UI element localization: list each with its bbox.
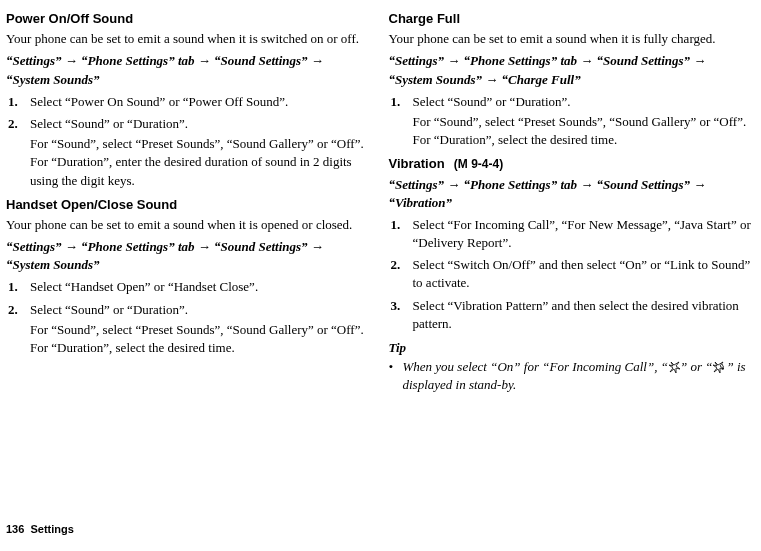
vibration-sound-icon xyxy=(712,359,726,374)
step-body: Select “Sound” or “Duration”. For “Sound… xyxy=(413,93,754,150)
section-title-handset: Handset Open/Close Sound xyxy=(6,196,371,214)
step-body: Select “Sound” or “Duration”. For “Sound… xyxy=(30,301,371,358)
step-subtext: For “Sound”, select “Preset Sounds”, “So… xyxy=(30,321,371,357)
intro-handset: Your phone can be set to emit a sound wh… xyxy=(6,216,371,234)
step-text: Select “Sound” or “Duration”. xyxy=(30,302,188,317)
tip-text-mid: ” or “ xyxy=(680,359,713,374)
step-number: 3. xyxy=(389,297,413,333)
step: 2. Select “Sound” or “Duration”. For “So… xyxy=(6,115,371,190)
step: 3. Select “Vibration Pattern” and then s… xyxy=(389,297,754,333)
step-number: 1. xyxy=(389,93,413,150)
tip-text: When you select “On” for “For Incoming C… xyxy=(403,358,754,394)
left-column: Power On/Off Sound Your phone can be set… xyxy=(6,6,371,516)
step: 1. Select “Sound” or “Duration”. For “So… xyxy=(389,93,754,150)
path-handset: “Settings” → “Phone Settings” tab → “Sou… xyxy=(6,238,371,274)
chapter-name: Settings xyxy=(30,523,73,535)
steps-handset: 1. Select “Handset Open” or “Handset Clo… xyxy=(6,278,371,357)
tip-text-pre: When you select “On” for “For Incoming C… xyxy=(403,359,668,374)
step-number: 1. xyxy=(6,93,30,111)
section-title-vibration: Vibration xyxy=(389,156,445,171)
step-number: 1. xyxy=(389,216,413,252)
step-text: Select “Sound” or “Duration”. xyxy=(30,116,188,131)
step-text: Select “Vibration Pattern” and then sele… xyxy=(413,297,754,333)
section-title-power: Power On/Off Sound xyxy=(6,10,371,28)
vibration-icon xyxy=(668,359,680,374)
tip-label: Tip xyxy=(389,339,754,357)
intro-charge: Your phone can be set to emit a sound wh… xyxy=(389,30,754,48)
step-text: Select “For Incoming Call”, “For New Mes… xyxy=(413,216,754,252)
step: 1. Select “Handset Open” or “Handset Clo… xyxy=(6,278,371,296)
step-text: Select “Sound” or “Duration”. xyxy=(413,94,571,109)
step-number: 1. xyxy=(6,278,30,296)
section-heading-vibration: Vibration (M 9-4-4) xyxy=(389,155,754,173)
step: 1. Select “Power On Sound” or “Power Off… xyxy=(6,93,371,111)
step: 2. Select “Sound” or “Duration”. For “So… xyxy=(6,301,371,358)
tip-bullet: • xyxy=(389,358,403,394)
intro-power: Your phone can be set to emit a sound wh… xyxy=(6,30,371,48)
step-body: Select “Sound” or “Duration”. For “Sound… xyxy=(30,115,371,190)
step-text: Select “Switch On/Off” and then select “… xyxy=(413,256,754,292)
path-vibration: “Settings” → “Phone Settings” tab → “Sou… xyxy=(389,176,754,212)
path-charge: “Settings” → “Phone Settings” tab → “Sou… xyxy=(389,52,754,88)
right-column: Charge Full Your phone can be set to emi… xyxy=(389,6,754,516)
page-body: Power On/Off Sound Your phone can be set… xyxy=(0,0,761,516)
step-number: 2. xyxy=(6,301,30,358)
steps-charge: 1. Select “Sound” or “Duration”. For “So… xyxy=(389,93,754,150)
page-number: 136 xyxy=(6,523,24,535)
steps-power: 1. Select “Power On Sound” or “Power Off… xyxy=(6,93,371,190)
path-power: “Settings” → “Phone Settings” tab → “Sou… xyxy=(6,52,371,88)
step-subtext: For “Sound”, select “Preset Sounds”, “So… xyxy=(30,135,371,190)
step-number: 2. xyxy=(6,115,30,190)
step-text: Select “Handset Open” or “Handset Close”… xyxy=(30,278,371,296)
tip-body: • When you select “On” for “For Incoming… xyxy=(389,358,754,394)
section-title-charge: Charge Full xyxy=(389,10,754,28)
step-subtext: For “Sound”, select “Preset Sounds”, “So… xyxy=(413,113,754,149)
step: 2. Select “Switch On/Off” and then selec… xyxy=(389,256,754,292)
page-footer: 136 Settings xyxy=(6,522,74,537)
step-text: Select “Power On Sound” or “Power Off So… xyxy=(30,93,371,111)
step-number: 2. xyxy=(389,256,413,292)
step: 1. Select “For Incoming Call”, “For New … xyxy=(389,216,754,252)
menu-code: (M 9-4-4) xyxy=(454,157,503,171)
steps-vibration: 1. Select “For Incoming Call”, “For New … xyxy=(389,216,754,333)
